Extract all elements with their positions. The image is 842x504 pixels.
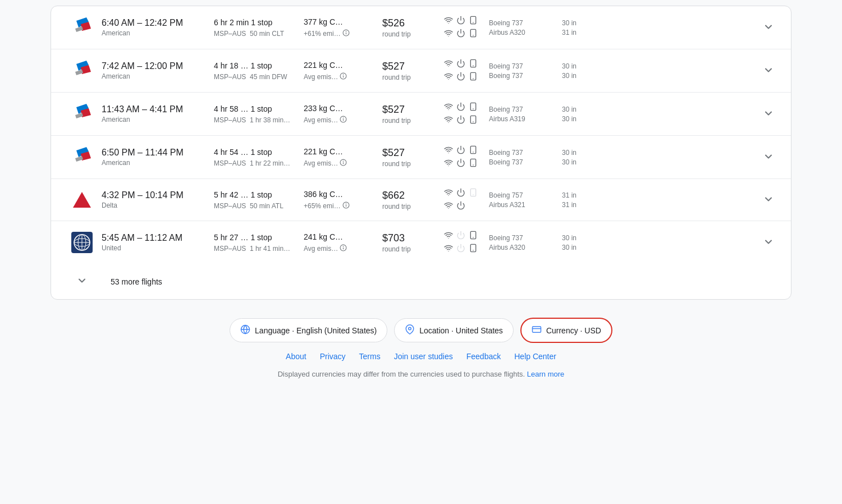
price-type: round trip: [382, 245, 444, 253]
aircraft-1: Boeing 737: [489, 149, 562, 157]
expand-flight-btn[interactable]: [761, 106, 776, 123]
price-col: $527 round trip: [382, 104, 444, 125]
amenities-col: [444, 231, 489, 254]
svg-point-36: [448, 153, 449, 153]
page-wrapper: 6:40 AM – 12:42 PM American 6 hr 2 min 1…: [28, 0, 814, 401]
seat-col: 30 in 30 in: [562, 106, 596, 123]
svg-point-3: [448, 23, 449, 24]
seat-pitch-1: 30 in: [562, 149, 596, 157]
power-icon: [456, 145, 465, 156]
footer: Language · English (United States) Locat…: [51, 318, 791, 378]
expand-flight-btn[interactable]: [761, 191, 776, 209]
help-center-link[interactable]: Help Center: [514, 352, 556, 361]
flight-time-col: 5:45 AM – 11:12 AM United: [102, 233, 214, 252]
flight-duration-col: 4 hr 18 … 1 stop MSP–AUS 45 min DFW: [214, 61, 304, 81]
flight-time: 6:40 AM – 12:42 PM: [102, 18, 214, 28]
svg-point-18: [448, 79, 449, 80]
aircraft-1: Boeing 737: [489, 234, 562, 242]
amenity-row-1: [444, 145, 489, 156]
screen-icon: [469, 16, 478, 26]
flight-price: $526: [382, 17, 444, 29]
aircraft-2: Airbus A320: [489, 244, 562, 251]
aircraft-col: Boeing 737 Airbus A320: [489, 19, 562, 36]
expand-flight-btn[interactable]: [761, 19, 776, 36]
info-icon[interactable]: [340, 116, 347, 125]
emissions-col: 233 kg C… Avg emis…: [304, 104, 382, 125]
expand-flight-btn[interactable]: [761, 149, 776, 166]
location-icon: [405, 324, 415, 336]
emissions-sub: Avg emis…: [304, 116, 382, 125]
amenities-col: [444, 145, 489, 169]
price-type: round trip: [382, 117, 444, 125]
info-icon[interactable]: [340, 244, 347, 253]
flight-duration: 4 hr 54 … 1 stop: [214, 148, 304, 157]
power-icon: [456, 231, 465, 241]
airline-logo: [62, 190, 102, 210]
flight-time-col: 6:50 PM – 11:44 PM American: [102, 148, 214, 167]
currency-label: Currency · USD: [546, 326, 601, 335]
flight-time-col: 11:43 AM – 4:41 PM American: [102, 104, 214, 123]
currency-button[interactable]: Currency · USD: [520, 318, 612, 343]
svg-rect-74: [532, 327, 541, 333]
svg-point-48: [448, 195, 449, 196]
seat-col: 30 in 30 in: [562, 62, 596, 80]
privacy-link[interactable]: Privacy: [320, 352, 346, 361]
emissions-col: 221 kg C… Avg emis…: [304, 61, 382, 81]
flight-time: 7:42 AM – 12:00 PM: [102, 61, 214, 71]
emissions-col: 221 kg C… Avg emis…: [304, 147, 382, 168]
aircraft-2: Boeing 737: [489, 158, 562, 166]
price-type: round trip: [382, 203, 444, 210]
seat-pitch-2: 30 in: [562, 158, 596, 166]
emissions-col: 377 kg C… +61% emi…: [304, 17, 382, 38]
power-icon-2: [456, 72, 465, 83]
amenities-col: [444, 102, 489, 126]
expand-col: [757, 62, 780, 80]
flight-duration-col: 5 hr 27 … 1 stop MSP–AUS 1 hr 41 min…: [214, 233, 304, 253]
info-icon[interactable]: [340, 72, 347, 81]
location-button[interactable]: Location · United States: [394, 318, 514, 342]
emissions-main: 221 kg C…: [304, 147, 382, 156]
more-flights-expand-btn[interactable]: [74, 273, 90, 290]
wifi-icon-2: [444, 158, 453, 169]
flight-time-col: 7:42 AM – 12:00 PM American: [102, 61, 214, 80]
wifi-icon-2: [444, 115, 453, 126]
flight-price: $527: [382, 147, 444, 159]
expand-flight-btn[interactable]: [761, 62, 776, 80]
about-link[interactable]: About: [286, 352, 306, 361]
flight-time: 6:50 PM – 11:44 PM: [102, 148, 214, 158]
seat-pitch-2: 30 in: [562, 72, 596, 80]
info-icon[interactable]: [340, 159, 347, 168]
airline-logo: [62, 102, 102, 126]
emissions-col: 241 kg C… Avg emis…: [304, 232, 382, 253]
more-flights-row[interactable]: 53 more flights: [51, 264, 791, 299]
info-icon[interactable]: [342, 201, 350, 210]
flight-route: MSP–AUS 50 min ATL: [214, 202, 304, 210]
currency-icon: [532, 324, 542, 336]
info-icon[interactable]: [342, 29, 350, 38]
seat-pitch-2: 31 in: [562, 201, 596, 209]
feedback-link[interactable]: Feedback: [466, 352, 501, 361]
price-col: $662 round trip: [382, 190, 444, 210]
screen-icon-2: [469, 72, 478, 83]
svg-point-29: [448, 122, 449, 123]
aircraft-1: Boeing 737: [489, 62, 562, 70]
language-label: Language · English (United States): [255, 326, 377, 335]
learn-more-link[interactable]: Learn more: [527, 370, 564, 378]
aircraft-2: Airbus A321: [489, 201, 562, 209]
screen-icon-2: [469, 244, 478, 254]
location-label: Location · United States: [419, 326, 503, 335]
emissions-main: 241 kg C…: [304, 232, 382, 241]
flight-route: MSP–AUS 1 hr 41 min…: [214, 245, 304, 253]
amenity-row-2: [444, 29, 489, 39]
terms-link[interactable]: Terms: [359, 352, 381, 361]
seat-pitch-1: 30 in: [562, 106, 596, 113]
flight-duration-col: 4 hr 54 … 1 stop MSP–AUS 1 hr 22 min…: [214, 148, 304, 167]
join-user-studies-link[interactable]: Join user studies: [394, 352, 453, 361]
aircraft-2: Airbus A320: [489, 29, 562, 36]
amenity-row-2: [444, 244, 489, 254]
svg-marker-44: [73, 192, 91, 208]
expand-flight-btn[interactable]: [761, 234, 776, 251]
emissions-main: 386 kg C…: [304, 190, 382, 199]
expand-col: [757, 191, 780, 209]
language-button[interactable]: Language · English (United States): [230, 318, 387, 342]
